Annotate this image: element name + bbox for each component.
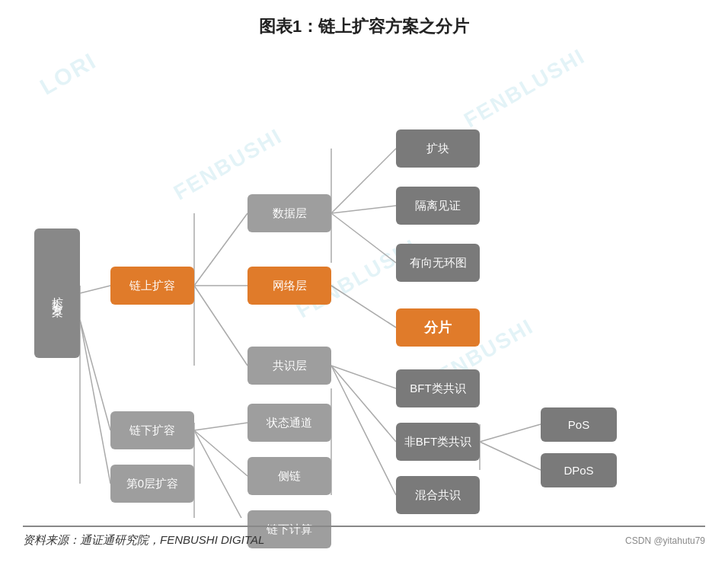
node-dag: 有向无环图 [396, 244, 480, 282]
node-sharding: 分片 [396, 308, 480, 347]
node-consensus-layer: 共识层 [247, 347, 331, 385]
node-segregate: 隔离见证 [396, 187, 480, 225]
node-sidechain-label: 侧链 [278, 469, 301, 484]
node-data-layer-label: 数据层 [273, 206, 307, 221]
node-network-layer-label: 网络层 [273, 279, 307, 293]
footer-credit: CSDN @yitahutu79 [625, 535, 705, 546]
node-non-bft-label: 非BFT类共识 [404, 435, 471, 449]
svg-line-18 [331, 366, 396, 442]
diagram: 扩容方案 链上扩容 链下扩容 第0层扩容 数据层 网络层 共识层 状态通道 侧链… [23, 61, 705, 518]
svg-line-1 [80, 320, 110, 430]
svg-line-2 [80, 320, 110, 484]
svg-line-17 [331, 366, 396, 388]
svg-line-19 [331, 366, 396, 495]
svg-line-22 [480, 442, 541, 470]
node-sidechain: 侧链 [247, 457, 331, 495]
node-state-channel: 状态通道 [247, 404, 331, 442]
node-expand-block-label: 扩块 [426, 142, 449, 156]
node-layer0-label: 第0层扩容 [126, 477, 178, 491]
node-dpos-label: DPoS [564, 464, 593, 477]
page-title: 图表1：链上扩容方案之分片 [23, 15, 705, 38]
page-container: LORI FENBUSHI FENBLUSHI FENBLUSHI FENBUS… [0, 0, 728, 572]
svg-line-6 [194, 286, 247, 366]
node-dag-label: 有向无环图 [410, 256, 467, 270]
node-data-layer: 数据层 [247, 194, 331, 232]
node-mixed: 混合共识 [396, 476, 480, 514]
node-root-label: 扩容方案 [50, 287, 65, 299]
svg-line-12 [331, 149, 396, 213]
node-chain-up-label: 链上扩容 [129, 279, 175, 293]
node-chain-down: 链下扩容 [110, 411, 194, 449]
node-chain-up: 链上扩容 [110, 267, 194, 305]
node-chain-down-label: 链下扩容 [129, 423, 175, 438]
node-consensus-layer-label: 共识层 [273, 359, 307, 373]
node-root: 扩容方案 [34, 228, 80, 358]
node-expand-block: 扩块 [396, 129, 480, 168]
svg-line-16 [331, 286, 396, 328]
node-bft-label: BFT类共识 [410, 382, 465, 396]
svg-line-9 [194, 430, 247, 476]
svg-line-4 [194, 213, 247, 286]
node-state-channel-label: 状态通道 [267, 416, 312, 430]
svg-line-21 [480, 424, 541, 442]
node-sharding-label: 分片 [424, 318, 452, 337]
svg-line-0 [80, 286, 110, 293]
node-network-layer: 网络层 [247, 267, 331, 305]
svg-line-8 [194, 423, 247, 430]
node-dpos: DPoS [541, 453, 617, 487]
node-layer0: 第0层扩容 [110, 465, 194, 503]
node-pos-label: PoS [568, 418, 589, 431]
footer-source: 资料来源：通证通研究院，FENBUSHI DIGITAL [23, 533, 264, 548]
footer: 资料来源：通证通研究院，FENBUSHI DIGITAL CSDN @yitah… [23, 526, 705, 548]
node-segregate-label: 隔离见证 [415, 199, 461, 213]
node-pos: PoS [541, 407, 617, 442]
node-non-bft: 非BFT类共识 [396, 423, 480, 461]
svg-line-13 [331, 206, 396, 213]
node-mixed-label: 混合共识 [415, 488, 461, 503]
svg-line-14 [331, 213, 396, 263]
node-bft: BFT类共识 [396, 369, 480, 407]
svg-line-10 [194, 430, 247, 518]
